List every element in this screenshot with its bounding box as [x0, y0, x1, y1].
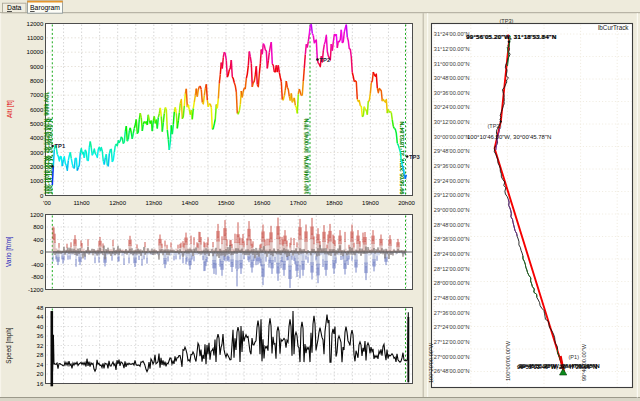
svg-text:TP1: TP1: [55, 143, 66, 149]
svg-text:12000: 12000: [27, 21, 44, 27]
svg-text:12h00: 12h00: [109, 200, 126, 206]
svg-text:32: 32: [37, 343, 44, 349]
svg-text:17h00: 17h00: [290, 200, 307, 206]
svg-text:5000: 5000: [30, 121, 44, 127]
svg-text:10000: 10000: [27, 49, 44, 55]
svg-text:28°36'00.00"N: 28°36'00.00"N: [434, 236, 470, 242]
svg-text:8000: 8000: [30, 78, 44, 84]
svg-text:28°12'00.00"N: 28°12'00.00"N: [434, 266, 470, 272]
svg-text:29°48'00.00"N: 29°48'00.00"N: [434, 148, 470, 154]
svg-text:3000: 3000: [30, 150, 44, 156]
svg-text:100°16'48.00"W, 29°53'24.00"N,: 100°16'48.00"W, 29°53'24.00"N, 909ft AGL: [44, 91, 50, 194]
svg-text:18h00: 18h00: [326, 200, 343, 206]
svg-text:99°48'15.30"W, 26°47'35.20"N: 99°48'15.30"W, 26°47'35.20"N: [518, 363, 596, 369]
svg-text:99°56'05.20"W, 31°18'53.84"N: 99°56'05.20"W, 31°18'53.84"N: [399, 121, 405, 194]
svg-text:100°10'46.50"W, 30°00'45.78"N: 100°10'46.50"W, 30°00'45.78"N: [304, 118, 310, 194]
svg-text:27°00'00.00"N: 27°00'00.00"N: [434, 354, 470, 360]
svg-text:7000: 7000: [30, 92, 44, 98]
svg-text:9000: 9000: [30, 64, 44, 70]
svg-text:400: 400: [33, 237, 44, 243]
svg-text:100°00'00.00"W: 100°00'00.00"W: [505, 340, 511, 381]
svg-text:26°48'00.00"N: 26°48'00.00"N: [434, 368, 470, 374]
svg-text:11h00: 11h00: [73, 200, 90, 206]
svg-text:-400: -400: [31, 262, 44, 268]
svg-text:31°12'00.00"N: 31°12'00.00"N: [434, 46, 470, 52]
svg-text:28: 28: [37, 352, 44, 358]
svg-text:100°20'00.00"W: 100°20'00.00"W: [428, 342, 434, 383]
svg-text:19h00: 19h00: [362, 200, 379, 206]
svg-text:40: 40: [37, 324, 44, 330]
svg-text:44: 44: [37, 314, 44, 320]
svg-text:30°48'00.00"N: 30°48'00.00"N: [434, 75, 470, 81]
svg-text:Speed [mph]: Speed [mph]: [6, 327, 14, 363]
svg-text:48: 48: [37, 305, 44, 311]
svg-text:20: 20: [37, 371, 44, 377]
svg-text:16h00: 16h00: [254, 200, 271, 206]
svg-text:-800: -800: [31, 274, 44, 280]
svg-text:lbCurTrack: lbCurTrack: [598, 24, 629, 31]
svg-text:36: 36: [37, 333, 44, 339]
svg-text:(TP3): (TP3): [500, 18, 514, 24]
svg-text:'00: '00: [43, 200, 51, 206]
svg-text:31°24'00.00"N: 31°24'00.00"N: [434, 31, 470, 37]
svg-text:99°56'05.20"W, 31°18'93.84"N: 99°56'05.20"W, 31°18'93.84"N: [467, 34, 557, 40]
svg-text:16: 16: [37, 381, 44, 387]
svg-text:14h00: 14h00: [182, 200, 199, 206]
svg-text:27°36'00.00"N: 27°36'00.00"N: [434, 310, 470, 316]
svg-text:13h00: 13h00: [145, 200, 162, 206]
svg-text:4000: 4000: [30, 135, 44, 141]
svg-text:Barogram: Barogram: [30, 4, 60, 12]
svg-text:29°12'00.00"N: 29°12'00.00"N: [434, 192, 470, 198]
svg-text:(P1): (P1): [569, 354, 580, 360]
svg-text:28°00'00.00"N: 28°00'00.00"N: [434, 280, 470, 286]
svg-text:29°24'00.00"N: 29°24'00.00"N: [434, 178, 470, 184]
svg-text:TP2: TP2: [320, 57, 331, 63]
svg-text:31°00'00.00"N: 31°00'00.00"N: [434, 61, 470, 67]
svg-text:27°48'00.00"N: 27°48'00.00"N: [434, 295, 470, 301]
svg-text:100°10'46.50"W, 30°00'45.78"N: 100°10'46.50"W, 30°00'45.78"N: [467, 134, 551, 140]
svg-text:Data: Data: [7, 4, 22, 11]
svg-text:30°24'00.00"N: 30°24'00.00"N: [434, 104, 470, 110]
svg-text:Vario [ft/m]: Vario [ft/m]: [6, 236, 14, 267]
svg-text:20h00: 20h00: [398, 200, 415, 206]
svg-text:11000: 11000: [27, 35, 44, 41]
svg-text:800: 800: [33, 224, 44, 230]
svg-text:30°12'00.00"N: 30°12'00.00"N: [434, 119, 470, 125]
svg-text:27°12'00.00"N: 27°12'00.00"N: [434, 339, 470, 345]
svg-text:2000: 2000: [30, 164, 44, 170]
svg-text:24: 24: [37, 362, 44, 368]
svg-text:(TP2): (TP2): [488, 123, 502, 129]
svg-text:1200: 1200: [30, 212, 44, 218]
svg-text:29°36'00.00"N: 29°36'00.00"N: [434, 163, 470, 169]
svg-text:6000: 6000: [30, 107, 44, 113]
svg-text:TP3: TP3: [409, 154, 420, 160]
svg-text:28°48'00.00"N: 28°48'00.00"N: [434, 222, 470, 228]
svg-text:30°36'00.00"N: 30°36'00.00"N: [434, 90, 470, 96]
svg-text:15h00: 15h00: [218, 200, 235, 206]
svg-text:-1200: -1200: [28, 287, 44, 293]
svg-text:27°24'00.00"N: 27°24'00.00"N: [434, 324, 470, 330]
svg-text:Alti [ft]: Alti [ft]: [6, 100, 14, 118]
svg-text:1000: 1000: [30, 178, 44, 184]
svg-text:30°00'00.00"N: 30°00'00.00"N: [434, 134, 470, 140]
svg-text:29°00'00.00"N: 29°00'00.00"N: [434, 207, 470, 213]
svg-text:28°24'00.00"N: 28°24'00.00"N: [434, 251, 470, 257]
